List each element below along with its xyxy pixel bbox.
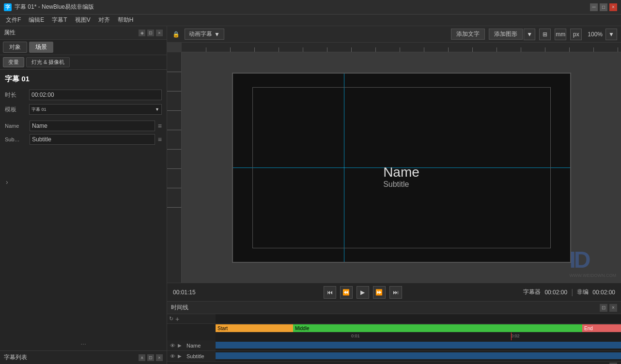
panel-resize-handle[interactable]: ··· <box>0 337 167 350</box>
timeline-body: ↻ + Start Middle End 0:01 0:02 <box>167 314 621 362</box>
text-overlay: Name Subtitle <box>383 165 419 189</box>
props-pin-button[interactable]: ◈ <box>139 30 145 36</box>
watermark-id: ID <box>570 246 616 273</box>
canvas-subtitle-text: Subtitle <box>383 180 419 189</box>
subtitle-list-label: 字幕列表 <box>4 353 27 362</box>
video-canvas: Name Subtitle <box>232 73 571 263</box>
menu-align[interactable]: 对齐 <box>94 15 114 25</box>
timeline-expand-btn[interactable]: ⊡ <box>600 304 607 312</box>
segment-end: End <box>582 324 621 332</box>
unit-px-button[interactable]: px <box>570 29 582 40</box>
timeline-header-controls: ⊡ × <box>600 304 617 312</box>
preview-toolbar: 🔒 动画字幕 ▼ 添加文字 添加图形 ▼ ⊞ mm px 100% ▼ <box>167 26 621 43</box>
track-name-timeline[interactable] <box>216 340 621 350</box>
right-area: 🔒 动画字幕 ▼ 添加文字 添加图形 ▼ ⊞ mm px 100% ▼ <box>167 26 621 364</box>
track-name-controls: 👁 ▶ Name <box>167 340 216 350</box>
sub-tabs: 变量 灯光 & 摄像机 <box>0 55 167 70</box>
left-arrow-icon: › <box>6 178 8 186</box>
props-header: 属性 ◈ ⊡ × <box>0 26 167 40</box>
var-row-subtitle: Sub… ≡ <box>5 134 162 145</box>
canvas-name-text: Name <box>383 165 419 180</box>
app-icon: 字 <box>4 3 12 11</box>
template-dropdown[interactable]: 字幕 01 ▼ <box>29 104 162 115</box>
add-text-button[interactable]: 添加文字 <box>451 29 485 40</box>
subtitle-list-chevron[interactable]: ∧ <box>139 354 145 361</box>
animation-dropdown-arrow: ▼ <box>214 31 220 38</box>
segments-row: Start Middle End <box>216 324 621 333</box>
unit-mm-button[interactable]: mm <box>555 29 566 40</box>
transport-rewind-start[interactable]: ⏮ <box>324 286 336 299</box>
menu-help[interactable]: 帮助H <box>114 15 138 25</box>
duration-input[interactable] <box>29 90 162 100</box>
loop-controls: ↻ + <box>167 314 216 323</box>
timeline-close-btn[interactable]: × <box>609 304 617 312</box>
props-expand-button[interactable]: ⊡ <box>147 30 154 36</box>
sub-tab-variables[interactable]: 变量 <box>3 57 24 67</box>
track-subtitle-expand[interactable]: ▶ <box>178 353 184 359</box>
watermark-url: WWW.WEIDOWN.COM <box>570 273 616 278</box>
subtitle-list-dock[interactable]: ⊡ <box>147 354 154 361</box>
template-row: 模板 字幕 01 ▼ <box>5 104 162 115</box>
sub-tab-lighting[interactable]: 灯光 & 摄像机 <box>26 57 70 67</box>
maximize-button[interactable]: □ <box>600 3 607 11</box>
segment-start: Start <box>216 324 293 332</box>
var-eq-subtitle[interactable]: ≡ <box>158 136 162 143</box>
ruler-top <box>182 43 621 52</box>
menu-view[interactable]: 视图V <box>71 15 94 25</box>
timescale-mark-1: 0:01 <box>351 334 360 338</box>
timecode-total: 00:02:00 <box>592 289 615 296</box>
zoom-group: 100% ▼ <box>586 29 617 40</box>
minimize-button[interactable]: ─ <box>590 3 598 11</box>
track-subtitle-row: 👁 ▶ Subtitle <box>167 351 621 362</box>
timecode-subtitle: 00:02:00 <box>544 289 567 296</box>
track-subtitle-label: Subtitle <box>186 353 204 359</box>
lock-button[interactable]: 🔒 <box>171 30 181 39</box>
add-image-button[interactable]: 添加图形 <box>489 29 523 40</box>
var-row-name: Name ≡ <box>5 121 162 131</box>
template-label: 模板 <box>5 106 29 114</box>
subtitle-name: 字幕 01 <box>5 75 162 84</box>
animation-label: 动画字幕 <box>189 30 212 38</box>
menu-subtitle[interactable]: 字幕T <box>48 15 71 25</box>
var-input-name[interactable] <box>30 121 155 131</box>
tab-object[interactable]: 对象 <box>3 42 27 53</box>
left-panel-arrows[interactable]: › <box>6 178 8 186</box>
add-track-button[interactable]: + <box>175 315 179 323</box>
template-value: 字幕 01 <box>31 106 47 113</box>
close-button[interactable]: × <box>609 3 617 11</box>
add-image-dropdown-arrow[interactable]: ▼ <box>524 29 535 40</box>
separator: | <box>571 288 573 297</box>
title-bar: 字 字幕 01* - NewBlue易炫非编版 ─ □ × <box>0 0 621 15</box>
playhead[interactable] <box>511 333 512 340</box>
var-eq-name[interactable]: ≡ <box>158 122 162 130</box>
timeline-section: 时间线 ⊡ × ↻ + Start <box>167 301 621 364</box>
zoom-dropdown-arrow[interactable]: ▼ <box>605 29 617 40</box>
segment-middle: Middle <box>293 324 582 332</box>
track-name-visibility[interactable]: 👁 <box>169 342 176 349</box>
track-subtitle-timeline[interactable] <box>216 351 621 361</box>
subtitle-list-close[interactable]: × <box>156 354 163 361</box>
menu-edit[interactable]: 编辑E <box>25 15 48 25</box>
duration-label: 时长 <box>5 91 29 99</box>
title-text: 字幕 01* - NewBlue易炫非编版 <box>15 3 590 11</box>
transport-forward[interactable]: ⏩ <box>373 286 386 299</box>
transport-rewind[interactable]: ⏪ <box>340 286 353 299</box>
track-subtitle-visibility[interactable]: 👁 <box>169 353 176 360</box>
watermark: ID WWW.WEIDOWN.COM <box>570 246 616 278</box>
timescale-row: 0:01 0:02 <box>216 333 621 340</box>
grid-button[interactable]: ⊞ <box>539 29 551 40</box>
var-input-subtitle[interactable] <box>30 134 155 145</box>
subtitle-list-actions: ∧ ⊡ × <box>139 354 163 361</box>
main-layout: 属性 ◈ ⊡ × 对象 场景 变量 灯光 & 摄像机 字幕 01 时长 <box>0 26 621 364</box>
transport-bar: 00:01:15 ⏮ ⏪ ▶ ⏩ ⏭ 字幕器 00:02:00 | 非编 00:… <box>167 283 621 301</box>
track-name-expand[interactable]: ▶ <box>178 343 184 349</box>
subtitle-list-panel: 字幕列表 ∧ ⊡ × <box>0 350 167 364</box>
menu-file[interactable]: 文件F <box>2 15 25 25</box>
lock-icon: 🔒 <box>172 31 180 38</box>
transport-forward-end[interactable]: ⏭ <box>389 286 402 299</box>
tab-scene[interactable]: 场景 <box>29 42 53 53</box>
add-image-group: 添加图形 ▼ <box>489 29 535 40</box>
props-close-button[interactable]: × <box>156 30 163 36</box>
transport-play[interactable]: ▶ <box>357 286 369 299</box>
animation-dropdown[interactable]: 动画字幕 ▼ <box>185 29 224 40</box>
